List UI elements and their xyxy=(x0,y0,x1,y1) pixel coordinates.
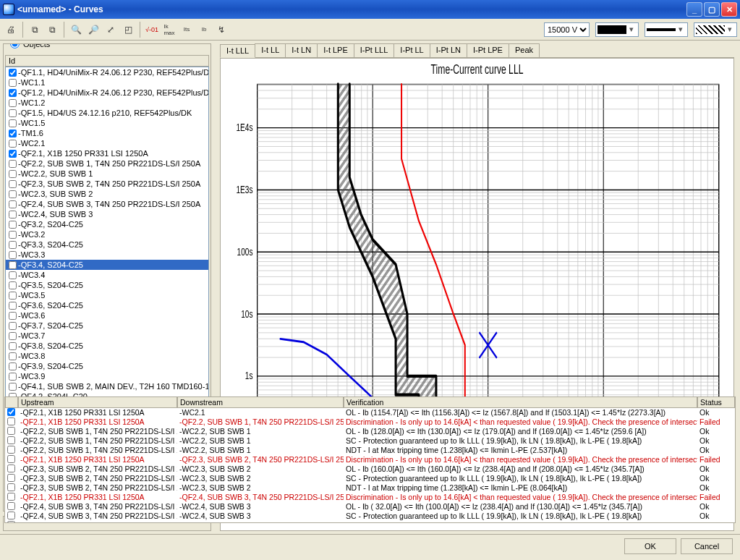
color-fill-combo[interactable]: ▾ xyxy=(595,22,639,37)
verification-grid[interactable]: UpstreamDownstreamVerificationStatus -QF… xyxy=(4,396,736,523)
list-item[interactable]: -QF3.8, S204-C25 xyxy=(6,341,208,351)
list-item[interactable]: -WC3.9 xyxy=(6,371,208,381)
list-item[interactable]: -WC3.8 xyxy=(6,351,208,361)
list-item[interactable]: -WC1.1 xyxy=(6,77,208,88)
cancel-button[interactable]: Cancel xyxy=(681,538,733,554)
table-row[interactable]: -QF2.4, SUB SWB 3, T4N 250 PR221DS-LS/I … xyxy=(5,502,735,512)
list-item-checkbox[interactable] xyxy=(9,170,17,178)
ib-icon[interactable]: Ib xyxy=(196,22,212,38)
list-item-checkbox[interactable] xyxy=(9,231,17,239)
list-item[interactable]: -QF1.5, HD4/US 24.12.16 p210, REF542Plus… xyxy=(6,108,208,118)
list-item[interactable]: -WC2.4, SUB SWB 3 xyxy=(6,209,208,219)
table-row[interactable]: -QF2.2, SUB SWB 1, T4N 250 PR221DS-LS/I … xyxy=(5,446,735,455)
list-item[interactable]: -WC2.1 xyxy=(6,138,208,148)
tab-i-pt-lpe[interactable]: I-Pt LPE xyxy=(467,43,509,57)
list-item-checkbox[interactable] xyxy=(9,160,17,168)
maximize-button[interactable]: ▢ xyxy=(704,2,720,17)
list-item-checkbox[interactable] xyxy=(9,292,17,300)
verif-row-checkbox[interactable] xyxy=(7,474,15,482)
list-item-checkbox[interactable] xyxy=(9,69,17,77)
list-item[interactable]: -WC3.4 xyxy=(6,270,208,280)
list-item[interactable]: -QF2.4, SUB SWB 3, T4N 250 PR221DS-LS/I … xyxy=(6,199,208,209)
list-item-checkbox[interactable] xyxy=(9,281,17,289)
table-row[interactable]: -QF2.3, SUB SWB 2, T4N 250 PR221DS-LS/I … xyxy=(5,483,735,493)
verif-header[interactable]: Status xyxy=(697,396,735,408)
list-item-checkbox[interactable] xyxy=(9,302,17,310)
verif-header[interactable]: Verification xyxy=(344,396,697,408)
list-item[interactable]: -QF3.4, S204-C25 xyxy=(6,260,208,270)
verif-row-checkbox[interactable] xyxy=(7,417,15,425)
verif-row-checkbox[interactable] xyxy=(7,464,15,472)
list-item-checkbox[interactable] xyxy=(9,89,17,97)
ok-button[interactable]: OK xyxy=(624,538,676,554)
list-item-checkbox[interactable] xyxy=(9,362,17,370)
list-item-checkbox[interactable] xyxy=(9,150,17,158)
tab-i-t-lll[interactable]: I-t LLL xyxy=(220,44,255,58)
verif-row-checkbox[interactable] xyxy=(7,483,15,491)
verif-row-checkbox[interactable] xyxy=(7,427,15,435)
list-item-checkbox[interactable] xyxy=(9,130,17,137)
list-item[interactable]: -WC2.2, SUB SWB 1 xyxy=(6,169,208,179)
list-item[interactable]: -QF4.1, SUB SWB 2, MAIN DEV., T2H 160 TM… xyxy=(6,381,208,391)
hatch-combo[interactable]: ▾ xyxy=(694,22,737,37)
list-item[interactable]: -QF3.6, S204-C25 xyxy=(6,300,208,310)
ik-max-icon[interactable]: Ikmax xyxy=(161,22,177,38)
table-row[interactable]: -QF2.4, SUB SWB 3, T4N 250 PR221DS-LS/I … xyxy=(5,512,735,521)
verif-row-checkbox[interactable] xyxy=(7,502,15,510)
list-item-checkbox[interactable] xyxy=(9,271,17,279)
zoom-area-icon[interactable]: ◰ xyxy=(120,22,136,38)
list-item[interactable]: -WC1.2 xyxy=(6,98,208,108)
minimize-button[interactable]: _ xyxy=(686,2,702,17)
table-row[interactable]: -QF2.2, SUB SWB 1, T4N 250 PR221DS-LS/I … xyxy=(5,436,735,446)
list-item-checkbox[interactable] xyxy=(9,312,17,320)
table-row[interactable]: -QF2.2, SUB SWB 1, T4N 250 PR221DS-LS/I … xyxy=(5,427,735,436)
list-item[interactable]: -QF2.2, SUB SWB 1, T4N 250 PR221DS-LS/I … xyxy=(6,158,208,169)
tab-i-pt-ll[interactable]: I-Pt LL xyxy=(394,43,430,57)
list-item[interactable]: -TM1.6 xyxy=(6,128,208,138)
curve-q-icon[interactable]: ↯ xyxy=(213,22,229,38)
list-item-checkbox[interactable] xyxy=(9,342,17,350)
verif-header[interactable]: Downstream xyxy=(177,396,344,408)
list-item[interactable]: -WC1.5 xyxy=(6,118,208,128)
list-item[interactable]: -WC3.5 xyxy=(6,290,208,300)
list-item[interactable]: -WC3.7 xyxy=(6,331,208,341)
list-item-checkbox[interactable] xyxy=(9,261,17,269)
its-icon[interactable]: Its xyxy=(179,22,195,38)
list-item-checkbox[interactable] xyxy=(9,373,17,381)
list-item[interactable]: -WC3.6 xyxy=(6,310,208,321)
table-row[interactable]: -QF2.1, X1B 1250 PR331 LSI 1250A-QF2.2, … xyxy=(5,417,735,427)
list-item-checkbox[interactable] xyxy=(9,383,17,391)
list-item-checkbox[interactable] xyxy=(9,99,17,107)
print-icon[interactable]: 🖨 xyxy=(3,22,19,38)
verif-row-checkbox[interactable] xyxy=(7,455,15,463)
tab-i-t-ll[interactable]: I-t LL xyxy=(255,43,286,57)
list-item[interactable]: -QF3.2, S204-C25 xyxy=(6,219,208,229)
list-item[interactable]: -QF2.3, SUB SWB 2, T4N 250 PR221DS-LS/I … xyxy=(6,179,208,189)
list-item-checkbox[interactable] xyxy=(9,221,17,229)
verif-row-checkbox[interactable] xyxy=(7,493,15,501)
table-row[interactable]: -QF2.1, X1B 1250 PR331 LSI 1250A-QF2.3, … xyxy=(5,455,735,464)
copy-icon[interactable]: ⧉ xyxy=(27,22,43,38)
list-item-checkbox[interactable] xyxy=(9,352,17,360)
tab-i-pt-lll[interactable]: I-Pt LLL xyxy=(354,43,395,57)
list-item-checkbox[interactable] xyxy=(9,190,17,198)
tab-i-t-lpe[interactable]: I-t LPE xyxy=(317,43,354,57)
list-item-checkbox[interactable] xyxy=(9,211,17,219)
list-item[interactable]: -WC2.3, SUB SWB 2 xyxy=(6,189,208,199)
verif-row-checkbox[interactable] xyxy=(7,446,15,454)
list-item-checkbox[interactable] xyxy=(9,241,17,249)
list-item-checkbox[interactable] xyxy=(9,251,17,259)
copy2-icon[interactable]: ⧉ xyxy=(44,22,60,38)
list-item[interactable]: -QF3.5, S204-C25 xyxy=(6,280,208,290)
objects-radio[interactable]: Objects xyxy=(8,43,211,48)
list-item-checkbox[interactable] xyxy=(9,119,17,127)
table-row[interactable]: -QF2.1, X1B 1250 PR331 LSI 1250A-QF2.4, … xyxy=(5,493,735,502)
list-item-checkbox[interactable] xyxy=(9,200,17,208)
list-item[interactable]: -QF2.1, X1B 1250 PR331 LSI 1250A xyxy=(6,148,208,158)
zoom-fit-icon[interactable]: ⤢ xyxy=(103,22,119,38)
list-item[interactable]: -QF3.7, S204-C25 xyxy=(6,321,208,331)
table-row[interactable]: -QF2.3, SUB SWB 2, T4N 250 PR221DS-LS/I … xyxy=(5,474,735,483)
table-row[interactable]: -QF2.1, X1B 1250 PR331 LSI 1250A-WC2.1OL… xyxy=(5,408,735,417)
list-item-checkbox[interactable] xyxy=(9,140,17,148)
verif-row-checkbox[interactable] xyxy=(7,512,15,519)
